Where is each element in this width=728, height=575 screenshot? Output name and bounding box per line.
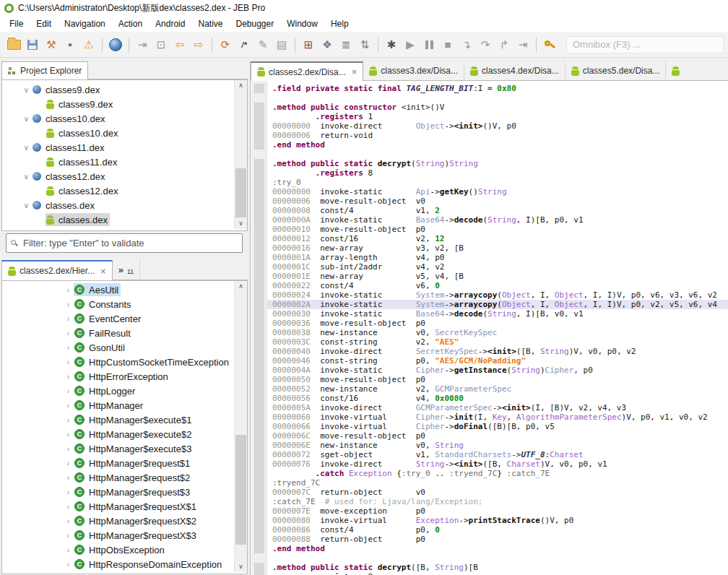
code-line[interactable]: 00000022 const/4 v6, 0: [266, 281, 728, 290]
expander-icon[interactable]: ›: [63, 373, 74, 381]
forward-icon[interactable]: ⇨: [191, 37, 207, 53]
resume-icon[interactable]: ▶: [402, 37, 418, 53]
editor-tab-4[interactable]: classes5.dex/Disa...: [566, 61, 667, 80]
expander-icon[interactable]: ›: [63, 488, 74, 496]
editor-tab-2[interactable]: classes3.dex/Disa...: [363, 61, 464, 80]
menu-item-debugger[interactable]: Debugger: [229, 17, 280, 30]
wrench-icon[interactable]: ⚒: [43, 37, 59, 53]
code-line[interactable]: 00000012 const/16 v2, 12: [266, 234, 728, 243]
code-line[interactable]: 00000046 const-string p0, "AES/GCM/NoPad…: [266, 356, 728, 366]
warning-icon[interactable]: ⚠: [81, 37, 97, 53]
project-tree-item[interactable]: classes9.dex: [2, 97, 247, 111]
expander-icon[interactable]: ›: [63, 402, 74, 410]
project-tree-item[interactable]: ∨classes11.dex: [2, 140, 247, 155]
class-tree-item[interactable]: ›CHttpManager$requestX$2: [2, 514, 247, 528]
code-line[interactable]: 0000006C move-result-object p0: [266, 431, 728, 441]
menu-item-help[interactable]: Help: [324, 17, 355, 30]
class-tree-item[interactable]: ›CHttpManager$requestX$3: [2, 528, 247, 542]
code-line[interactable]: .method public static decrypt([B, String…: [266, 563, 728, 572]
expander-icon[interactable]: ›: [63, 546, 74, 554]
menu-item-android[interactable]: Android: [149, 17, 191, 30]
scrollbar-thumb[interactable]: [235, 435, 246, 545]
expander-icon[interactable]: ›: [63, 517, 74, 525]
menu-item-native[interactable]: Native: [191, 17, 229, 30]
class-tree-item[interactable]: ›CHttpManager: [2, 398, 247, 412]
code-line[interactable]: 00000010 move-result-object p0: [266, 225, 728, 234]
code-line[interactable]: 00000008 const/4 v1, 2: [266, 206, 728, 215]
hierarchy-view-icon[interactable]: ≣: [338, 37, 354, 53]
code-line[interactable]: 0000007E move-exception p0: [266, 506, 728, 516]
code-line[interactable]: .registers 8: [266, 572, 728, 575]
menu-item-file[interactable]: File: [3, 17, 30, 30]
expander-icon[interactable]: ∨: [21, 86, 32, 94]
code-line[interactable]: [266, 93, 728, 103]
scrollbar-thumb[interactable]: [235, 168, 246, 217]
project-tree-item[interactable]: ∨classes9.dex: [2, 82, 247, 97]
editor-tab-5[interactable]: [666, 61, 685, 80]
code-line[interactable]: 0000004A invoke-static Cipher->getInstan…: [266, 366, 728, 375]
expander-icon[interactable]: ›: [63, 387, 74, 395]
code-line[interactable]: 00000006 move-result-object v0: [266, 196, 728, 206]
export-icon[interactable]: ▪: [62, 37, 78, 53]
scroll-down-icon[interactable]: ∨: [235, 218, 247, 229]
class-tree-item[interactable]: ›CGsonUtil: [2, 340, 247, 355]
expander-icon[interactable]: ›: [63, 474, 74, 482]
expander-icon[interactable]: ›: [63, 315, 74, 323]
code-line[interactable]: 00000038 new-instance v0, SecretKeySpec: [266, 328, 728, 337]
project-tree-item[interactable]: classes12.dex: [2, 183, 247, 198]
more-views-tab[interactable]: » 11: [113, 259, 141, 280]
goto-icon[interactable]: ⇥: [134, 37, 150, 53]
close-icon[interactable]: ×: [100, 266, 106, 277]
class-tree-item[interactable]: ›CHttpManager$execute$1: [2, 412, 247, 427]
jump-icon[interactable]: ⊡: [153, 37, 169, 53]
scroll-down-icon[interactable]: ∨: [235, 561, 247, 572]
code-line[interactable]: 00000000 invoke-static Api->getKey()Stri…: [266, 187, 728, 196]
expander-icon[interactable]: ›: [63, 329, 74, 337]
code-line[interactable]: :try_0: [266, 178, 728, 187]
editor-tab-3[interactable]: classes4.dex/Disa...: [464, 61, 566, 80]
code-line[interactable]: 00000030 invoke-static Base64->decode(St…: [266, 309, 728, 319]
class-tree-item[interactable]: ›CHttpManager$execute$2: [2, 427, 247, 441]
pause-icon[interactable]: [421, 37, 437, 53]
code-line[interactable]: 00000006 return-void: [266, 131, 728, 140]
save-icon[interactable]: [25, 37, 40, 53]
code-line[interactable]: 00000000 invoke-direct Object-><init>()V…: [266, 121, 728, 131]
class-tree-item[interactable]: ›CHttpErrorException: [2, 369, 247, 384]
expander-icon[interactable]: ∨: [21, 173, 32, 181]
globe-icon[interactable]: [108, 37, 124, 53]
class-tree-item[interactable]: ›CHttpManager$execute$3: [2, 441, 247, 456]
code-line[interactable]: [266, 553, 728, 563]
hex-view-icon[interactable]: ⊞: [300, 37, 316, 53]
omnibox-input[interactable]: [566, 36, 724, 53]
code-line[interactable]: 00000060 invoke-virtual Cipher->init(I, …: [266, 412, 728, 422]
code-line[interactable]: 0000002A invoke-static System->arraycopy…: [266, 300, 728, 309]
expander-icon[interactable]: ›: [63, 431, 74, 438]
code-line[interactable]: .field private static final TAG_LENGTH_B…: [266, 84, 728, 93]
code-line[interactable]: 0000005A invoke-direct GCMParameterSpec-…: [266, 403, 728, 412]
comment-icon[interactable]: /*: [236, 37, 252, 53]
step-into-icon[interactable]: ↴: [459, 37, 474, 53]
editor-tab-1[interactable]: classes2.dex/Disa...×: [251, 61, 363, 81]
class-tree-item[interactable]: ›CHttpManager$request$2: [2, 470, 247, 485]
expander-icon[interactable]: ›: [63, 416, 74, 424]
code-line[interactable]: 0000000A invoke-static Base64->decode(St…: [266, 215, 728, 225]
menu-item-window[interactable]: Window: [280, 17, 324, 30]
class-tree-item[interactable]: ›CHttpManager$requestX$1: [2, 499, 247, 514]
open-icon[interactable]: [6, 37, 22, 53]
script-icon[interactable]: ▤: [274, 37, 290, 53]
code-line[interactable]: 00000050 move-result-object p0: [266, 375, 728, 384]
class-tree-item[interactable]: ›CHttpObsException: [2, 542, 247, 557]
close-icon[interactable]: ×: [352, 66, 358, 77]
project-tree-item[interactable]: ∨classes.dex: [2, 198, 247, 212]
graph-view-icon[interactable]: ❖: [319, 37, 335, 53]
code-line[interactable]: :catch_7E # used for: Ljava/lang/Excepti…: [266, 497, 728, 506]
code-line[interactable]: 0000007C return-object v0: [266, 488, 728, 497]
code-line[interactable]: 00000036 move-result-object p0: [266, 319, 728, 328]
expander-icon[interactable]: ›: [63, 532, 74, 540]
class-tree-item[interactable]: ›CHttpLogger: [2, 384, 247, 398]
code-line[interactable]: 00000086 const/4 p0, 0: [266, 525, 728, 535]
code-line[interactable]: 00000088 return-object p0: [266, 535, 728, 544]
class-tree-item[interactable]: ›CEventCenter: [2, 311, 247, 326]
class-tree-item[interactable]: ›CHttpCustomSocketTimeException: [2, 355, 247, 369]
filter-input[interactable]: [22, 237, 238, 249]
